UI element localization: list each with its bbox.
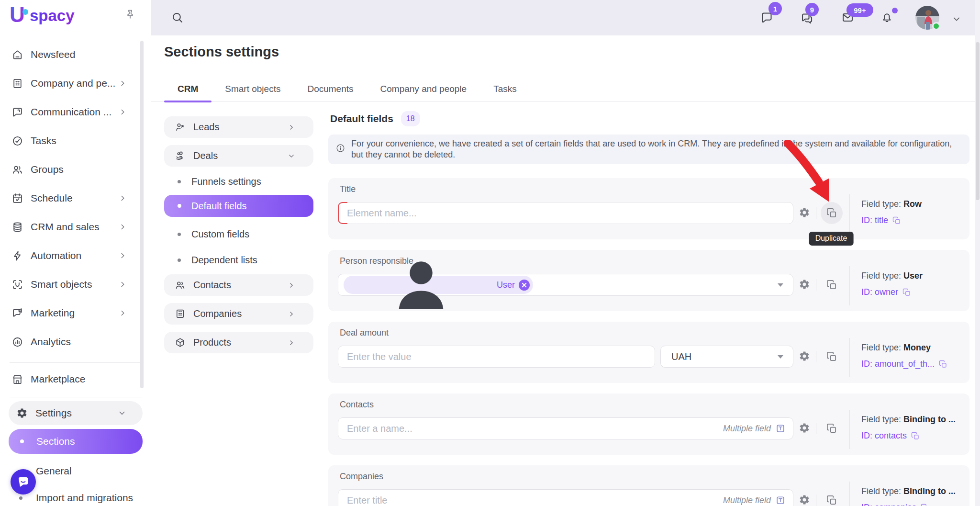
online-status-dot xyxy=(932,22,940,30)
field-id[interactable]: ID: contacts xyxy=(861,431,920,441)
tab-tasks[interactable]: Tasks xyxy=(480,83,530,101)
search-button[interactable] xyxy=(170,11,184,24)
bullet-dot xyxy=(178,180,181,183)
field-id[interactable]: ID: owner xyxy=(861,287,911,297)
field-settings-button[interactable] xyxy=(796,205,813,221)
sidebar-item-label: CRM and sales xyxy=(31,221,100,233)
nav-item-default-fields[interactable]: Default fields xyxy=(164,195,313,217)
topbar: 1 9 99+ xyxy=(151,0,980,35)
notification-dot xyxy=(892,8,898,13)
duplicate-button[interactable] xyxy=(821,489,843,506)
field-settings-button[interactable] xyxy=(796,277,813,293)
sidebar-item-company-and-people[interactable]: Company and pe... xyxy=(0,69,151,98)
nav-item-leads[interactable]: Leads xyxy=(164,116,313,138)
check-circle-icon xyxy=(11,135,23,147)
sidebar-item-analytics[interactable]: Analytics xyxy=(0,327,151,356)
nav-item-funnels-settings[interactable]: Funnels settings xyxy=(164,173,313,190)
support-chat-widget-button[interactable] xyxy=(11,469,36,495)
nav-item-dependent-lists[interactable]: Dependent lists xyxy=(164,251,313,269)
user-avatar[interactable] xyxy=(915,6,939,30)
sidebar-scrollbar-thumb[interactable] xyxy=(140,41,144,388)
profile-menu-button[interactable] xyxy=(950,13,963,26)
duplicate-button[interactable] xyxy=(821,346,843,368)
sidebar-item-settings[interactable]: Settings xyxy=(9,401,143,425)
duplicate-button[interactable] xyxy=(821,417,843,439)
field-settings-button[interactable] xyxy=(796,349,813,365)
sidebar-item-label: Tasks xyxy=(31,135,56,146)
dropdown-caret-icon xyxy=(778,283,783,287)
nav-item-label: Deals xyxy=(193,150,218,161)
nav-item-label: Dependent lists xyxy=(191,255,257,266)
field-settings-button[interactable] xyxy=(796,492,813,506)
copy-id-icon xyxy=(921,504,929,506)
field-label: Deal amount xyxy=(340,328,389,338)
sidebar-item-marketing[interactable]: Marketing xyxy=(0,299,151,327)
field-type: Field type: Money xyxy=(861,343,931,353)
nav-item-deals[interactable]: Deals xyxy=(164,145,313,167)
info-banner: For your convenience, we have created a … xyxy=(328,135,969,164)
lightning-icon xyxy=(11,250,23,262)
search-icon xyxy=(171,11,184,24)
nav-item-label: Contacts xyxy=(193,280,231,291)
nav-item-products[interactable]: Products xyxy=(164,332,313,353)
people-icon xyxy=(11,164,23,176)
person-icon xyxy=(349,249,493,321)
sidebar-item-groups[interactable]: Groups xyxy=(0,155,151,184)
notifications-button[interactable] xyxy=(880,11,893,24)
tab-documents[interactable]: Documents xyxy=(294,83,367,101)
currency-value: UAH xyxy=(671,351,691,362)
companies-input[interactable] xyxy=(338,489,793,506)
tab-smart-objects[interactable]: Smart objects xyxy=(212,83,294,101)
tab-crm[interactable]: CRM xyxy=(164,83,212,101)
dropdown-caret-icon xyxy=(778,355,783,359)
pin-sidebar-button[interactable] xyxy=(122,8,138,23)
svg-text:U: U xyxy=(10,4,25,26)
sidebar-item-smart-objects[interactable]: Smart objects xyxy=(0,270,151,299)
sidebar-item-tasks[interactable]: Tasks xyxy=(0,126,151,155)
sidebar-item-label: Analytics xyxy=(31,336,71,348)
pin-icon xyxy=(124,9,136,21)
sidebar-item-marketplace[interactable]: Marketplace xyxy=(0,365,151,394)
nav-item-label: Products xyxy=(193,337,231,348)
chevron-right-icon xyxy=(119,281,127,289)
sidebar-item-crm-and-sales[interactable]: CRM and sales xyxy=(0,213,151,241)
sidebar-item-communication[interactable]: Communication ... xyxy=(0,98,151,126)
title-input[interactable] xyxy=(338,202,793,224)
home-icon xyxy=(11,49,23,61)
uspacy-logo[interactable]: U spacy xyxy=(10,4,105,29)
sidebar-item-newsfeed[interactable]: Newsfeed xyxy=(0,40,151,69)
page-scrollbar-thumb[interactable] xyxy=(976,42,980,200)
copy-id-icon xyxy=(911,432,920,440)
content-heading: Default fields 18 xyxy=(330,111,420,126)
sidebar-item-sections[interactable]: Sections xyxy=(9,429,143,454)
nav-item-contacts[interactable]: Contacts xyxy=(164,274,313,296)
sidebar: U spacy Newsfeed Company and pe... Commu… xyxy=(0,0,151,506)
currency-select[interactable]: UAH xyxy=(660,346,793,368)
sidebar-item-label: Marketing xyxy=(31,307,75,319)
person-responsible-select[interactable]: User xyxy=(338,274,793,296)
field-id[interactable]: ID: companies xyxy=(861,503,929,506)
field-id[interactable]: ID: title xyxy=(861,215,901,225)
tab-company-and-people[interactable]: Company and people xyxy=(367,83,480,101)
sidebar-item-label: Import and migrations xyxy=(36,492,133,504)
contacts-input[interactable] xyxy=(338,417,793,439)
field-card-person-responsible: Person responsible User Field type: User… xyxy=(328,250,969,311)
building-icon xyxy=(175,308,186,319)
nav-item-companies[interactable]: Companies xyxy=(164,303,313,325)
chevron-right-icon xyxy=(288,281,295,289)
sidebar-item-label: Communication ... xyxy=(31,106,111,118)
duplicate-tooltip: Duplicate xyxy=(809,232,854,246)
field-card-contacts: Contacts Multiple field Field type: Bind… xyxy=(328,394,969,455)
sidebar-item-schedule[interactable]: Schedule xyxy=(0,184,151,213)
nav-item-custom-fields[interactable]: Custom fields xyxy=(164,225,313,243)
field-id[interactable]: ID: amount_of_th... xyxy=(861,359,947,369)
field-settings-button[interactable] xyxy=(796,420,813,437)
duplicate-button[interactable] xyxy=(821,202,843,224)
duplicate-button[interactable] xyxy=(821,274,843,296)
deal-amount-input[interactable] xyxy=(338,346,655,368)
chat-smile-icon xyxy=(17,475,30,488)
sidebar-item-automation[interactable]: Automation xyxy=(0,241,151,270)
sidebar-nav: Newsfeed Company and pe... Communication… xyxy=(0,40,151,356)
controls-divider xyxy=(816,207,816,219)
remove-chip-button[interactable] xyxy=(519,280,530,291)
